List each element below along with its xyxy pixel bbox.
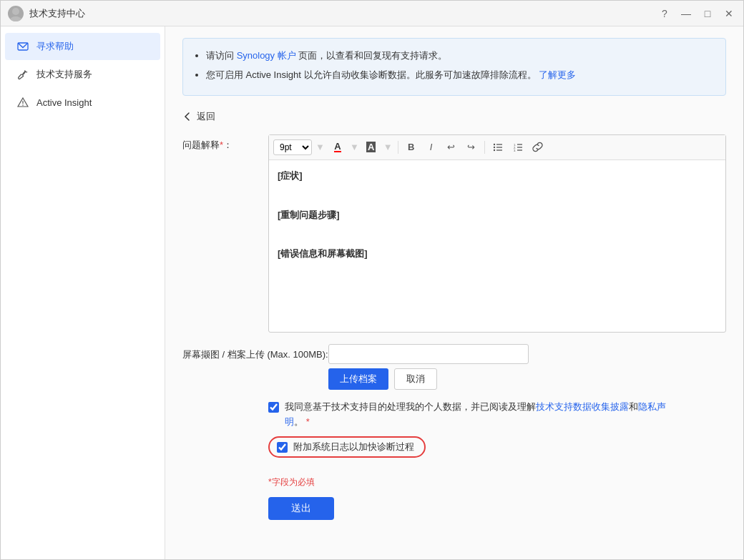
toolbar-divider-1 (398, 141, 398, 154)
sidebar-item-active-insight[interactable]: Active Insight (5, 89, 160, 116)
editor-toolbar: 9pt 10pt 12pt 14pt ▼ A ▼ A (269, 135, 725, 160)
titlebar: 技术支持中心 ? — □ ✕ (1, 1, 743, 26)
upload-btns: 上传档案 取消 (328, 368, 529, 390)
svg-point-11 (493, 149, 494, 151)
back-icon (182, 112, 192, 122)
upload-button[interactable]: 上传档案 (328, 368, 388, 390)
svg-point-5 (22, 104, 24, 106)
problem-form-row: 问题解释*： 9pt 10pt 12pt 14pt ▼ (182, 134, 726, 333)
italic-button[interactable]: I (422, 138, 441, 157)
consent-row: 我同意基于技术支持目的处理我的个人数据，并已阅读及理解技术支持数据收集披露和隐私… (268, 400, 669, 430)
sidebar-label-seek-help: 寻求帮助 (36, 40, 74, 53)
sidebar-label-active-insight: Active Insight (36, 97, 92, 108)
required-note: *字段为必填 (268, 476, 726, 488)
main-layout: 寻求帮助 技术支持服务 Active Insig (1, 26, 743, 559)
banner-line-1: 请访问 Synology 帐户 页面，以查看和回复现有支持请求。 (206, 47, 714, 64)
syslog-row: 附加系统日志以加快诊断过程 (268, 436, 726, 468)
file-input[interactable] (328, 344, 529, 364)
consent-checkbox[interactable] (268, 402, 279, 413)
maximize-button[interactable]: □ (700, 6, 715, 21)
syslog-checkbox-highlight: 附加系统日志以加快诊断过程 (268, 436, 426, 458)
wrench-icon (16, 68, 29, 81)
toolbar-divider-2 (484, 141, 485, 154)
submit-button[interactable]: 送出 (268, 497, 334, 520)
font-color-button[interactable]: A (328, 138, 347, 157)
sidebar-label-tech-support: 技术支持服务 (36, 68, 92, 81)
triangle-icon (16, 96, 29, 109)
data-collection-link[interactable]: 技术支持数据收集披露 (536, 401, 629, 412)
syslog-checkbox[interactable] (277, 442, 288, 453)
sidebar: 寻求帮助 技术支持服务 Active Insig (1, 26, 165, 559)
highlight-color-button[interactable]: A (362, 138, 381, 157)
file-upload-controls: 上传档案 取消 (328, 344, 529, 390)
unordered-list-button[interactable] (489, 138, 507, 157)
svg-point-0 (12, 8, 19, 15)
undo-button[interactable]: ↩ (442, 138, 461, 157)
svg-text:3.: 3. (514, 149, 516, 152)
bold-button[interactable]: B (402, 138, 421, 157)
content-area: 请访问 Synology 帐户 页面，以查看和回复现有支持请求。 您可启用 Ac… (165, 26, 743, 559)
link-button[interactable] (529, 138, 547, 157)
font-size-select[interactable]: 9pt 10pt 12pt 14pt (273, 139, 312, 155)
editor-container: 9pt 10pt 12pt 14pt ▼ A ▼ A (268, 134, 726, 333)
help-button[interactable]: ? (657, 6, 672, 21)
cancel-button[interactable]: 取消 (394, 368, 437, 390)
syslog-label: 附加系统日志以加快诊断过程 (293, 441, 414, 453)
svg-point-10 (493, 147, 494, 148)
problem-label: 问题解释*： (182, 134, 268, 152)
ordered-list-button[interactable]: 1.2.3. (509, 138, 527, 157)
consent-checkbox-row: 我同意基于技术支持目的处理我的个人数据，并已阅读及理解技术支持数据收集披露和隐私… (268, 400, 669, 430)
avatar (8, 6, 24, 21)
back-button[interactable]: 返回 (182, 110, 215, 123)
learn-more-link[interactable]: 了解更多 (539, 69, 576, 80)
file-upload-row: 屏幕撷图 / 档案上传 (Max. 100MB): 上传档案 取消 (182, 344, 726, 390)
redo-button[interactable]: ↪ (462, 138, 481, 157)
info-banner: 请访问 Synology 帐户 页面，以查看和回复现有支持请求。 您可启用 Ac… (182, 38, 726, 96)
titlebar-controls: ? — □ ✕ (657, 6, 736, 21)
sidebar-item-tech-support[interactable]: 技术支持服务 (5, 61, 160, 88)
editor-body[interactable]: [症状] [重制问题步骤] [错误信息和屏幕截图] (269, 160, 725, 332)
close-button[interactable]: ✕ (722, 6, 736, 21)
app-window: 技术支持中心 ? — □ ✕ 寻求帮助 (0, 0, 744, 560)
email-icon (16, 40, 29, 53)
file-upload-label: 屏幕撷图 / 档案上传 (Max. 100MB): (182, 344, 328, 361)
titlebar-title: 技术支持中心 (29, 7, 657, 20)
banner-line-2: 您可启用 Active Insight 以允许自动收集诊断数据。此服务可加速故障… (206, 67, 714, 83)
svg-point-1 (10, 16, 21, 21)
sidebar-item-seek-help[interactable]: 寻求帮助 (5, 33, 160, 60)
svg-point-9 (493, 144, 494, 145)
synology-account-link[interactable]: Synology 帐户 (237, 50, 296, 61)
minimize-button[interactable]: — (679, 6, 693, 21)
submit-row: 送出 (268, 497, 726, 520)
